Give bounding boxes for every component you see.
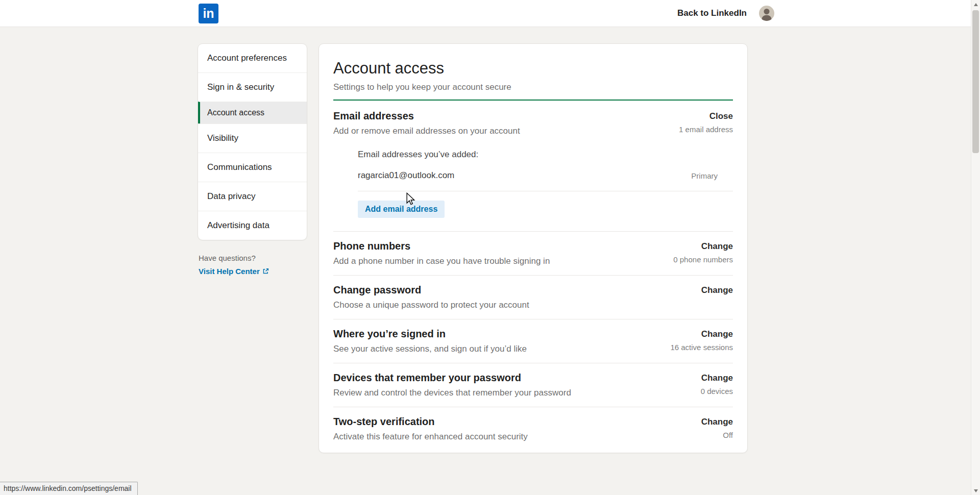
phone-numbers-section: Phone numbers Add a phone number in case… (333, 232, 733, 276)
settings-nav: Account preferences Sign in & security A… (198, 43, 307, 240)
external-link-icon (262, 268, 269, 275)
sessions-section-description: See your active sessions, and sign out i… (333, 344, 527, 354)
sidebar: Account preferences Sign in & security A… (198, 43, 307, 276)
help-center-link[interactable]: Visit Help Center (199, 267, 269, 276)
change-password-section: Change password Choose a unique password… (333, 276, 733, 319)
devices-change-button[interactable]: Change (701, 373, 733, 383)
phone-section-title: Phone numbers (333, 240, 550, 252)
sidebar-item-data-privacy[interactable]: Data privacy (198, 182, 307, 211)
primary-badge: Primary (691, 171, 733, 180)
devices-section-title: Devices that remember your password (333, 372, 571, 384)
browser-status-bar: https://www.linkedin.com/psettings/email (0, 482, 138, 495)
topbar: in Back to LinkedIn (0, 0, 980, 27)
vertical-scrollbar[interactable] (971, 0, 980, 495)
devices-section-description: Review and control the devices that reme… (333, 388, 571, 398)
help-center-label: Visit Help Center (199, 267, 260, 276)
password-change-button[interactable]: Change (701, 285, 733, 295)
email-section-title: Email addresses (333, 110, 520, 122)
add-email-button[interactable]: Add email address (358, 201, 445, 218)
email-address: ragarcia01@outlook.com (358, 170, 454, 181)
email-close-button[interactable]: Close (709, 111, 733, 121)
phone-change-button[interactable]: Change (701, 241, 733, 251)
two-step-change-button[interactable]: Change (701, 417, 733, 427)
two-step-section: Two-step verification Activate this feat… (333, 407, 733, 451)
linkedin-logo[interactable]: in (199, 4, 218, 23)
scrollbar-up-button[interactable] (971, 0, 980, 9)
scroll-down-icon (974, 489, 978, 492)
signed-in-section: Where you’re signed in See your active s… (333, 319, 733, 363)
sessions-count: 16 active sessions (670, 343, 733, 352)
sidebar-item-communications[interactable]: Communications (198, 153, 307, 182)
two-step-status: Off (701, 431, 733, 439)
scrollbar-thumb[interactable] (972, 10, 979, 153)
help-block: Have questions? Visit Help Center (199, 254, 307, 276)
two-step-section-description: Activate this feature for enhanced accou… (333, 432, 528, 442)
help-question: Have questions? (199, 254, 307, 262)
scrollbar-down-button[interactable] (971, 486, 980, 495)
avatar[interactable] (759, 6, 774, 21)
devices-count: 0 devices (701, 387, 733, 395)
sessions-section-title: Where you’re signed in (333, 328, 527, 340)
password-meta (701, 299, 733, 307)
phone-count: 0 phone numbers (673, 255, 733, 264)
page-subtitle: Settings to help you keep your account s… (333, 82, 733, 92)
sidebar-item-advertising-data[interactable]: Advertising data (198, 211, 307, 240)
two-step-section-title: Two-step verification (333, 416, 528, 428)
sessions-change-button[interactable]: Change (701, 329, 733, 339)
phone-section-description: Add a phone number in case you have trou… (333, 256, 550, 266)
password-section-description: Choose a unique password to protect your… (333, 300, 529, 310)
account-access-panel: Account access Settings to help you keep… (318, 43, 748, 453)
sidebar-item-sign-in-security[interactable]: Sign in & security (198, 72, 307, 102)
avatar-photo (759, 6, 774, 21)
email-section-body: Email addresses you’ve added: ragarcia01… (358, 150, 733, 231)
email-addresses-section: Email addresses Add or remove email addr… (333, 101, 733, 232)
emails-added-label: Email addresses you’ve added: (358, 150, 733, 160)
email-count: 1 email address (679, 125, 733, 134)
email-section-description: Add or remove email addresses on your ac… (333, 126, 520, 136)
page-title: Account access (333, 59, 733, 78)
sidebar-item-account-access[interactable]: Account access (198, 102, 307, 123)
back-to-linkedin-link[interactable]: Back to LinkedIn (677, 8, 747, 18)
sidebar-item-account-preferences[interactable]: Account preferences (198, 44, 307, 72)
devices-section: Devices that remember your password Revi… (333, 363, 733, 407)
settings-page: Account preferences Sign in & security A… (198, 43, 748, 453)
password-section-title: Change password (333, 284, 529, 296)
email-row: ragarcia01@outlook.com Primary (358, 160, 733, 191)
scroll-up-icon (974, 3, 978, 6)
sidebar-item-visibility[interactable]: Visibility (198, 123, 307, 153)
